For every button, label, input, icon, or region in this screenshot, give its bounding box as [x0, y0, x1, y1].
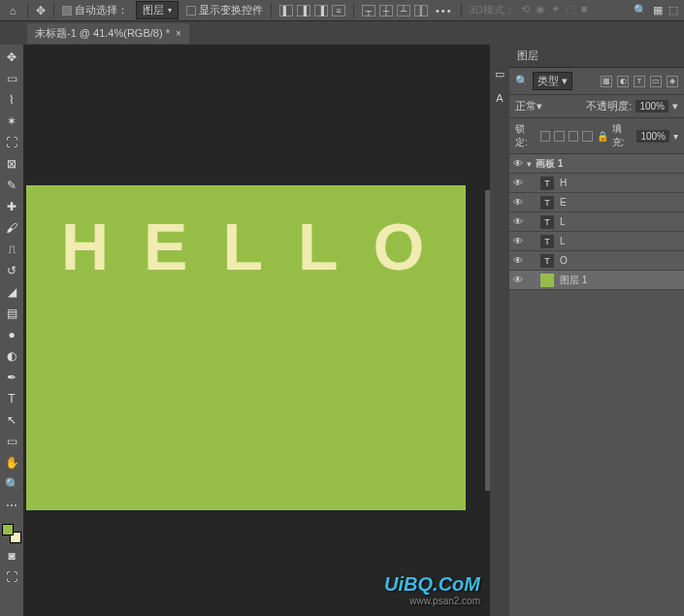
search-icon: 🔍 — [634, 4, 647, 16]
layer-name: L — [560, 236, 566, 246]
blend-mode-dropdown[interactable]: 正常▾ — [515, 99, 582, 113]
search-icon[interactable]: 🔍 — [515, 75, 529, 87]
artboard-layer[interactable]: 👁 ▾ 画板 1 — [509, 154, 684, 174]
visibility-toggle[interactable]: 👁 — [509, 255, 527, 266]
layer-thumbnail — [540, 274, 554, 287]
visibility-toggle[interactable]: 👁 — [509, 158, 527, 169]
align-top-icon: ┬ — [362, 5, 375, 16]
frame-tool[interactable]: ⊠ — [2, 155, 21, 173]
visibility-toggle[interactable]: 👁 — [509, 216, 527, 227]
lock-all-icon[interactable] — [582, 131, 593, 142]
crop-tool[interactable]: ⛶ — [2, 134, 21, 151]
lasso-tool[interactable]: ⌇ — [2, 91, 21, 109]
align-right-icon: ▐ — [314, 5, 328, 16]
text-layer[interactable]: 👁 T O — [509, 251, 684, 271]
home-icon[interactable]: ⌂ — [6, 5, 19, 16]
align-vertical-group[interactable]: ┬ ┼ ┴ ║ — [362, 5, 428, 16]
background-layer[interactable]: 👁 图层 1 — [509, 271, 684, 290]
share-icon: ⬚ — [668, 4, 678, 16]
opacity-value[interactable]: 100% — [635, 100, 668, 113]
zoom-tool[interactable]: 🔍 — [2, 475, 21, 493]
text-layer[interactable]: 👁 T H — [509, 174, 684, 193]
brush-tool[interactable]: 🖌 — [2, 219, 21, 237]
opacity-label: 不透明度: — [586, 99, 632, 113]
document-tab-bar: 未标题-1 @ 41.4%(RGB/8) *× — [0, 21, 684, 45]
canvas-area[interactable]: HELLO UiBQ.CoM www.psan2.com — [23, 45, 490, 616]
visibility-toggle[interactable]: 👁 — [509, 197, 527, 208]
lock-icon[interactable]: 🔒 — [597, 131, 608, 142]
filter-shape-icon[interactable]: ▭ — [650, 76, 662, 87]
layer-name: 画板 1 — [536, 157, 563, 171]
heal-tool[interactable]: ✚ — [2, 198, 21, 215]
distribute-icon: ║ — [414, 5, 428, 16]
marquee-tool[interactable]: ▭ — [2, 70, 21, 87]
foreground-color-swatch — [2, 524, 14, 535]
panel-icon-2[interactable]: A — [496, 92, 503, 104]
filter-type-dropdown[interactable]: 类型▾ — [533, 72, 572, 90]
gradient-tool[interactable]: ▤ — [2, 305, 21, 322]
close-tab-icon[interactable]: × — [176, 28, 181, 39]
artboard-canvas[interactable]: HELLO — [26, 185, 466, 510]
dodge-tool[interactable]: ◐ — [2, 347, 21, 365]
watermark: UiBQ.CoM www.psan2.com — [384, 573, 480, 606]
visibility-toggle[interactable]: 👁 — [509, 178, 527, 188]
text-layer[interactable]: 👁 T L — [509, 232, 684, 251]
stamp-tool[interactable]: ⎍ — [2, 241, 21, 258]
visibility-toggle[interactable]: 👁 — [509, 275, 527, 285]
layer-name: O — [560, 255, 568, 266]
layer-filter-row: 🔍 类型▾ ▦ ◐ T ▭ ◈ — [509, 68, 684, 95]
canvas-text: HELLO — [26, 185, 466, 284]
blend-mode-row: 正常▾ 不透明度: 100%▾ — [509, 95, 684, 118]
workspace-icons[interactable]: 🔍▦⬚ — [634, 4, 678, 16]
layer-name: H — [560, 178, 567, 188]
lock-artboard-icon[interactable] — [569, 131, 579, 142]
align-middle-icon: ┼ — [379, 5, 393, 16]
type-tool[interactable]: T — [2, 390, 21, 407]
eraser-tool[interactable]: ◢ — [2, 283, 21, 301]
tool-palette: ✥ ▭ ⌇ ✶ ⛶ ⊠ ✎ ✚ 🖌 ⎍ ↺ ◢ ▤ ● ◐ ✒ T ↖ ▭ ✋ … — [0, 45, 23, 616]
layer-name: E — [560, 197, 567, 208]
type-layer-icon: T — [540, 177, 554, 190]
hand-tool[interactable]: ✋ — [2, 454, 21, 471]
wand-tool[interactable]: ✶ — [2, 113, 21, 130]
expand-icon[interactable]: ▾ — [527, 159, 532, 169]
layer-list: 👁 ▾ 画板 1 👁 T H 👁 T E 👁 T L 👁 T — [509, 154, 684, 616]
filter-type-icon[interactable]: T — [634, 76, 645, 87]
collapsed-panels-strip[interactable]: ▭ A — [490, 45, 509, 616]
edit-toolbar[interactable]: ⋯ — [2, 497, 21, 514]
filter-smart-icon[interactable]: ◈ — [667, 76, 678, 87]
align-horizontal-group[interactable]: ▌ ▐ ▐ ≡ — [279, 5, 345, 16]
history-brush-tool[interactable]: ↺ — [2, 262, 21, 279]
text-layer[interactable]: 👁 T E — [509, 193, 684, 212]
vertical-scrollbar[interactable] — [485, 190, 490, 491]
text-layer[interactable]: 👁 T L — [509, 212, 684, 232]
show-transform-checkbox[interactable]: 显示变换控件 — [186, 3, 263, 17]
fill-label: 填充: — [612, 122, 634, 149]
shape-tool[interactable]: ▭ — [2, 433, 21, 450]
lock-label: 锁定: — [515, 122, 537, 149]
auto-select-dropdown[interactable]: 图层▾ — [136, 1, 179, 19]
lock-row: 锁定: 🔒 填充: 100%▾ — [509, 118, 684, 154]
lock-position-icon[interactable] — [554, 131, 565, 142]
quickmask-tool[interactable]: ◙ — [2, 547, 21, 565]
type-layer-icon: T — [540, 196, 554, 210]
color-swatches[interactable] — [2, 524, 21, 543]
eyedropper-tool[interactable]: ✎ — [2, 177, 21, 194]
layer-name: 图层 1 — [560, 274, 587, 287]
more-options-icon[interactable]: ••• — [436, 5, 453, 16]
panel-icon-1[interactable]: ▭ — [495, 68, 505, 81]
path-tool[interactable]: ↖ — [2, 411, 21, 429]
fill-value[interactable]: 100% — [636, 130, 669, 143]
visibility-toggle[interactable]: 👁 — [509, 236, 527, 246]
panel-title[interactable]: 图层 — [509, 45, 684, 68]
move-tool[interactable]: ✥ — [2, 49, 21, 66]
screenmode-tool[interactable]: ⛶ — [2, 568, 21, 586]
filter-pixel-icon[interactable]: ▦ — [601, 76, 612, 87]
type-layer-icon: T — [540, 215, 554, 229]
document-tab[interactable]: 未标题-1 @ 41.4%(RGB/8) *× — [27, 23, 189, 44]
auto-select-checkbox[interactable]: 自动选择： — [62, 3, 128, 17]
blur-tool[interactable]: ● — [2, 326, 21, 343]
pen-tool[interactable]: ✒ — [2, 369, 21, 386]
lock-pixels-icon[interactable] — [540, 131, 551, 142]
filter-adjust-icon[interactable]: ◐ — [617, 76, 629, 87]
